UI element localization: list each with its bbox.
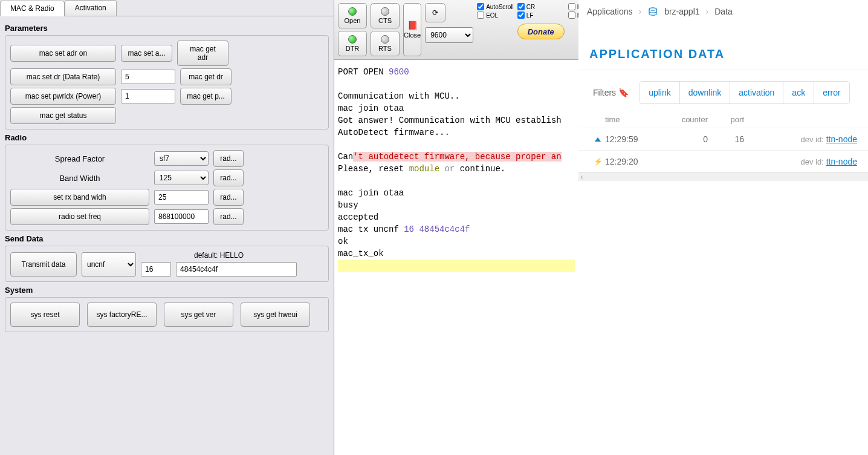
tab-mac-radio[interactable]: MAC & Radio	[0, 1, 65, 16]
band-width-select[interactable]: 125	[154, 171, 209, 185]
led-green-icon	[348, 7, 357, 16]
hdr-port: port	[708, 115, 744, 124]
sys-get-ver-button[interactable]: sys get ver	[164, 303, 233, 327]
close-button[interactable]: 📕 Close	[403, 3, 421, 56]
bc-app-name[interactable]: brz-appl1	[664, 7, 699, 16]
mac-set-adr-on-button[interactable]: mac set adr on	[10, 45, 116, 62]
sys-reset-button[interactable]: sys reset	[10, 303, 80, 327]
autoscroll-checkbox[interactable]: AutoScroll	[477, 3, 514, 10]
filter-downlink[interactable]: downlink	[680, 82, 730, 103]
spread-factor-label: Spread Factor	[10, 154, 149, 163]
cr-checkbox[interactable]: CR	[517, 3, 565, 10]
mac-get-status-button[interactable]: mac get status	[10, 107, 116, 124]
svg-point-0	[649, 8, 656, 10]
mac-set-dr-button[interactable]: mac set dr (Data Rate)	[10, 68, 116, 85]
config-panel: MAC & Radio Activation Parameters mac se…	[0, 0, 334, 455]
terminal-cursor-line	[338, 260, 575, 272]
filter-uplink[interactable]: uplink	[640, 82, 680, 103]
radio-set-freq-button[interactable]: radio set freq	[10, 208, 149, 225]
application-data-title: APPLICATION DATA	[578, 23, 868, 70]
radio-title: Radio	[5, 133, 329, 142]
rad-btn-rxbw[interactable]: rad...	[213, 189, 244, 206]
send-data-title: Send Data	[5, 234, 329, 243]
eol-checkbox[interactable]: EOL	[477, 11, 514, 19]
bc-data[interactable]: Data	[714, 7, 733, 16]
refresh-button[interactable]: ⟳	[425, 3, 445, 22]
activation-icon: ⚡	[591, 157, 605, 166]
hdr-time: time	[605, 115, 663, 124]
spread-factor-select[interactable]: sf7	[154, 151, 209, 166]
tag-icon: 🔖	[618, 88, 629, 97]
led-gray-icon	[381, 35, 389, 44]
filter-error[interactable]: error	[814, 82, 849, 103]
data-row[interactable]: ⚡ 12:29:20 dev id: ttn-node	[578, 150, 868, 172]
bc-applications[interactable]: Applications	[587, 7, 633, 16]
baud-select[interactable]: 9600	[425, 27, 473, 43]
row-counter: 0	[663, 134, 708, 144]
hdr-counter: counter	[663, 115, 708, 124]
chevron-right-icon: ›	[639, 7, 642, 16]
mac-get-p-button[interactable]: mac get p...	[180, 88, 232, 105]
filters-row: Filters 🔖 uplink downlink activation ack…	[578, 70, 868, 110]
tx-mode-select[interactable]: uncnf	[82, 252, 136, 277]
filter-activation[interactable]: activation	[730, 82, 783, 103]
led-green-icon	[348, 35, 357, 44]
led-gray-icon	[381, 7, 389, 16]
row-port: 16	[708, 134, 744, 144]
band-width-label: Band Width	[10, 174, 149, 183]
mac-get-adr-button[interactable]: mac get adr	[177, 41, 228, 66]
dr-input[interactable]	[121, 70, 175, 84]
horizontal-scrollbar[interactable]: ‹	[578, 172, 868, 181]
rad-btn-freq[interactable]: rad...	[213, 208, 244, 225]
mac-set-a-button[interactable]: mac set a...	[121, 45, 172, 62]
rad-btn-bw[interactable]: rad...	[213, 169, 244, 186]
ttn-console-panel: Applications › brz-appl1 › Data APPLICAT…	[578, 0, 868, 455]
filter-ack[interactable]: ack	[783, 82, 814, 103]
devid-link[interactable]: ttn-node	[826, 134, 857, 144]
data-row[interactable]: 12:29:59 0 16 dev id: ttn-node	[578, 128, 868, 150]
cts-button[interactable]: CTS	[371, 3, 400, 28]
row-time: 12:29:20	[605, 157, 663, 166]
sys-factory-reset-button[interactable]: sys factoryRE...	[87, 303, 157, 327]
dtr-button[interactable]: DTR	[338, 31, 367, 56]
tab-activation[interactable]: Activation	[65, 0, 117, 16]
sys-get-hweui-button[interactable]: sys get hweui	[241, 303, 310, 327]
data-table-header: time counter port	[578, 110, 868, 128]
mac-set-pwridx-button[interactable]: mac set pwridx (Power)	[10, 88, 116, 105]
terminal-output[interactable]: PORT OPEN 9600 Communication with MCU.. …	[334, 60, 578, 455]
pwr-input[interactable]	[121, 89, 175, 103]
tx-payload-input[interactable]	[176, 262, 297, 277]
close-icon: 📕	[407, 21, 418, 30]
default-hello-label: default: HELLO	[141, 251, 297, 260]
devid-label: dev id:	[800, 135, 823, 144]
transmit-data-button[interactable]: Transmit data	[10, 252, 77, 277]
filter-tabs: uplink downlink activation ack error	[640, 81, 850, 104]
app-icon	[647, 6, 658, 17]
rad-btn-sf[interactable]: rad...	[213, 150, 244, 167]
refresh-icon: ⟳	[432, 8, 438, 17]
freq-input[interactable]	[154, 209, 209, 224]
uplink-icon	[591, 137, 605, 142]
terminal-panel: Open DTR CTS RTS 📕 Close ⟳ 9600 AutoScro…	[334, 0, 578, 455]
filters-label: Filters 🔖	[593, 88, 629, 97]
donate-button[interactable]: Donate	[517, 24, 565, 39]
mac-get-dr-button[interactable]: mac get dr	[180, 68, 232, 85]
tab-bar: MAC & Radio Activation	[0, 0, 334, 16]
system-title: System	[5, 286, 329, 295]
breadcrumb: Applications › brz-appl1 › Data	[578, 0, 868, 23]
tx-port-input[interactable]	[141, 262, 171, 277]
rx-bw-input[interactable]	[154, 190, 209, 205]
terminal-toolbar: Open DTR CTS RTS 📕 Close ⟳ 9600 AutoScro…	[334, 0, 578, 60]
row-time: 12:29:59	[605, 134, 663, 144]
devid-label: dev id:	[800, 157, 823, 166]
parameters-title: Parameters	[5, 24, 329, 33]
rts-button[interactable]: RTS	[371, 31, 400, 56]
chevron-right-icon: ›	[706, 7, 709, 16]
set-rx-band-width-button[interactable]: set rx band widh	[10, 189, 149, 206]
lf-checkbox[interactable]: LF	[517, 11, 565, 19]
devid-link[interactable]: ttn-node	[826, 157, 857, 166]
open-button[interactable]: Open	[338, 3, 367, 28]
